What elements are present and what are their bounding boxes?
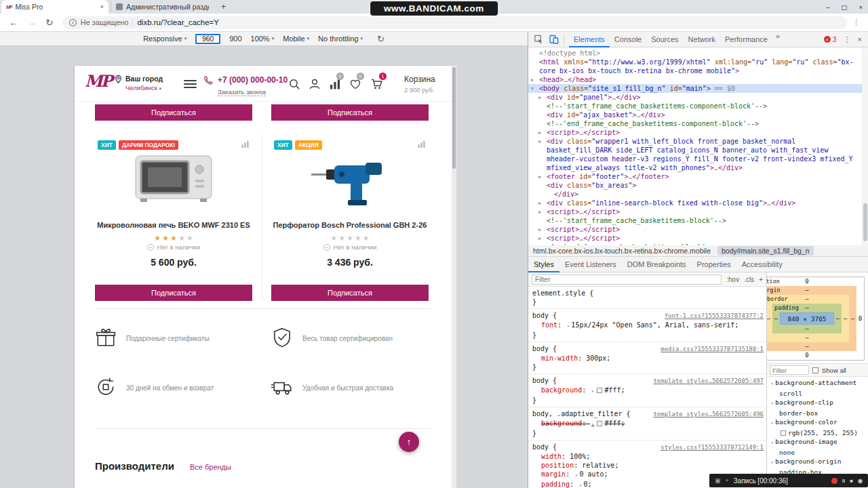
record-button[interactable] [831,478,837,484]
dom-line[interactable]: ▶<script>…</script> [528,207,868,216]
more-tabs-icon[interactable]: » [772,32,783,47]
dom-line[interactable]: ▶<div id="panel">…</div> [528,93,868,102]
product-card[interactable]: ХИТАКЦИЯПерфоратор Bosch Professional GB… [271,134,429,301]
stylesheet-link[interactable]: font-1.css?15553337874377:2 [665,312,764,321]
phone-number[interactable]: +7 (000) 000-00-10 [218,75,288,85]
stylesheet-link[interactable]: template_styles…5662572605:496 [653,410,764,419]
dom-line[interactable]: <div class="bx_areas"> [528,181,868,190]
expand-icon[interactable]: ▸ [579,483,582,488]
close-icon[interactable]: × [859,3,863,11]
pause-button[interactable]: II [842,478,845,484]
city-selector[interactable]: Ваш город Челябинск ▾ [114,75,163,92]
css-property[interactable]: width: 100%; [532,452,764,461]
product-card[interactable]: ХИТДАРИМ ПОДАРОК!Микроволновая печь BEKO… [95,134,252,301]
css-property[interactable]: background: ▸#fff; [532,419,764,429]
crosshair-icon[interactable]: + [726,477,729,484]
dom-line[interactable]: <!--'end_frame_cache_basketitems-compone… [528,119,868,128]
search-icon[interactable] [288,78,300,93]
camera-button[interactable]: ◉ [858,478,863,484]
back-icon[interactable]: ← [9,17,18,28]
stylesheet-link[interactable]: template_styles…5662572605:497 [653,377,764,386]
dom-line[interactable]: ▶<script>…</script> [528,225,868,234]
css-property[interactable]: position: relative; [532,461,764,470]
inspect-element-icon[interactable] [534,35,543,44]
subscribe-button[interactable]: Подписаться [271,104,429,121]
wishlist-heart-icon[interactable] [349,78,361,93]
box-model[interactable]: position0 0 margin– – border– [767,277,865,361]
sidebar-tab-dom-breakpoints[interactable]: DOM Breakpoints [622,257,692,272]
info-icon[interactable] [69,19,77,26]
subscribe-button[interactable]: Подписаться [271,285,429,301]
callback-link[interactable]: Заказать звонок [218,88,266,96]
viewport-height-value[interactable]: 900 [229,35,241,43]
throttling-select[interactable]: No throttling ▾ [318,35,363,43]
subscribe-button[interactable]: Подписаться [95,285,252,301]
dom-line[interactable]: <!--'start_frame_cache_basketitems-block… [528,216,868,225]
browser-tab-miss-pro[interactable]: MP Miss Pro × [1,0,108,14]
responsive-mode-select[interactable]: Responsive ▾ [143,35,186,43]
reload-icon[interactable]: ↻ [45,17,54,28]
maximize-icon[interactable]: ▢ [841,3,847,11]
compare-icon[interactable] [329,78,341,93]
devtools-tab-network[interactable]: Network [684,32,720,47]
show-all-checkbox[interactable] [812,367,818,373]
sidebar-tab-accessibility[interactable]: Accessibility [736,257,788,272]
dom-line[interactable]: ▶<div class="wrapper1 with_left_block fr… [528,137,868,172]
computed-property-name[interactable]: ▸background-attachment [770,378,867,389]
rotate-viewport-icon[interactable]: ↻ [377,34,384,44]
color-swatch[interactable] [597,388,602,393]
minimize-icon[interactable]: – [826,3,829,11]
devtools-tab-sources[interactable]: Sources [646,32,683,47]
device-toolbar-icon[interactable] [549,35,559,44]
css-property[interactable]: min-width: 300px; [532,354,764,363]
dom-line[interactable]: ▼<body class="site_s1 fill_bg_n" id="mai… [528,84,868,93]
dom-line[interactable]: ▶<footer id="footer">…</footer> [528,172,868,181]
expand-icon[interactable]: ▸ [591,388,594,394]
rule-selector[interactable]: element.style { [532,289,764,298]
breadcrumb-html[interactable]: html.bx-core.bx-ios.bx-touch.bx-retina.b… [533,247,711,255]
toggle-classes[interactable]: .cls [744,276,754,283]
dom-line[interactable]: <div id="ajax_basket">…</div> [528,110,868,119]
computed-property-name[interactable]: ▸background-image [770,437,867,448]
toggle-hover-state[interactable]: :hov [726,276,739,283]
computed-filter-input[interactable] [770,365,809,375]
breadcrumb-body[interactable]: body#main.site_s1.fill_bg_n [717,246,814,256]
scroll-to-top-button[interactable]: ↑ [399,432,419,452]
expand-icon[interactable]: ▸ [591,422,594,427]
dom-line[interactable]: ▶<script>…</script> [528,234,868,243]
stylesheet-link[interactable]: styles.css?155533378712149:1 [660,443,764,452]
computed-property-name[interactable]: ▸background-color [770,418,867,428]
dom-line[interactable]: <html xmlns="http://www.w3.org/1999/xhtm… [528,58,868,75]
dom-line[interactable]: <!--'end_frame_cache_basketitems-block'-… [528,243,868,245]
subscribe-button[interactable]: Подписаться [95,104,252,121]
expand-icon[interactable]: ▸ [567,323,570,329]
new-tab-button[interactable]: + [218,1,229,12]
dom-line[interactable]: <!--'start_frame_cache_basketitems-compo… [528,102,868,110]
product-title[interactable]: Перфоратор Bosch Professional GBH 2-26 [271,221,429,229]
computed-property-name[interactable]: ▸background-clip [770,398,867,409]
dom-line[interactable]: ▶<script>…</script> [528,128,868,137]
drill-icon[interactable] [271,150,429,207]
sidebar-tab-event-listeners[interactable]: Event Listeners [559,257,622,272]
devtools-tab-performance[interactable]: Performance [720,32,772,47]
microwave-icon[interactable] [95,150,252,205]
rule-selector[interactable]: body { [532,344,655,353]
devtools-menu-icon[interactable]: ⋮ [844,35,851,44]
devtools-close-icon[interactable]: × [858,35,862,43]
dom-line[interactable]: ▶<div class="inline-search-block fixed w… [528,199,868,207]
page-scrollbar[interactable] [452,66,456,488]
devtools-tab-console[interactable]: Console [610,32,646,47]
product-title[interactable]: Микроволновая печь BEKO MWF 2310 ES [95,221,252,229]
dom-line[interactable]: ▶<head>…</head> [528,75,868,84]
monitor-icon[interactable]: ▣ [715,477,721,484]
new-style-rule-button[interactable]: + [759,276,763,283]
address-bar[interactable]: Не защищено dixb.ru/?clear_cache=Y [62,16,847,29]
account-icon[interactable] [309,78,321,93]
expand-icon[interactable]: ▸ [575,472,578,478]
tab-close-icon[interactable]: × [100,3,104,10]
css-property[interactable]: background: ▸#fff; [532,386,764,396]
color-swatch[interactable] [597,421,602,426]
rule-selector[interactable]: body { [532,443,655,451]
zoom-select[interactable]: 100% ▾ [251,35,275,43]
rule-selector[interactable]: body { [532,311,659,320]
